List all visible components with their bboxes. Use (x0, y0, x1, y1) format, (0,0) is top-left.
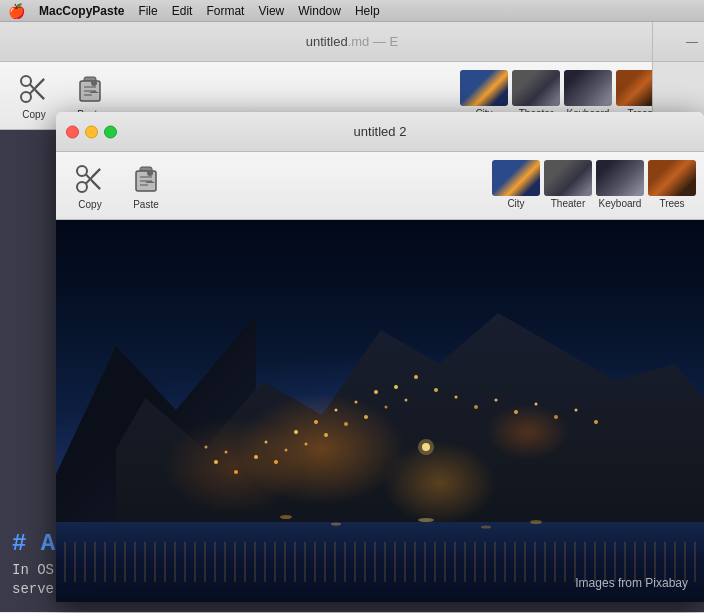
maximize-button[interactable] (104, 125, 117, 138)
traffic-lights (66, 125, 117, 138)
menu-file[interactable]: File (138, 4, 157, 18)
window-bg-title-suffix: .md — E (348, 34, 399, 49)
scissors-icon-fg (72, 161, 108, 197)
window-fg-image: Images from Pixabay (56, 220, 704, 602)
svg-line-16 (92, 169, 100, 177)
bg-text-block: # A In OS serve (12, 527, 55, 600)
city-scene: Images from Pixabay (56, 220, 704, 602)
svg-point-23 (147, 170, 153, 176)
svg-line-17 (92, 181, 100, 189)
thumb-trees-label-fg: Trees (659, 198, 684, 209)
thumb-city-label-fg: City (507, 198, 524, 209)
copy-tool-fg[interactable]: Copy (64, 161, 116, 210)
thumb-trees-img-fg (648, 160, 696, 196)
paste-icon-bg (72, 71, 108, 107)
window-fg-titlebar: untitled 2 (56, 112, 704, 152)
window-fg: untitled 2 Copy (56, 112, 704, 602)
thumb-trees-fg[interactable]: Trees (648, 160, 696, 209)
edge-title-text: — (686, 35, 698, 49)
minimize-button[interactable] (85, 125, 98, 138)
thumb-theater-fg[interactable]: Theater (544, 160, 592, 209)
menu-app-name[interactable]: MacCopyPaste (39, 4, 124, 18)
svg-line-5 (36, 91, 44, 99)
apple-menu-icon[interactable]: 🍎 (8, 3, 25, 19)
window-fg-toolbar: Copy Paste City (56, 152, 704, 220)
thumb-theater-label-fg: Theater (551, 198, 585, 209)
menu-window[interactable]: Window (298, 4, 341, 18)
menu-edit[interactable]: Edit (172, 4, 193, 18)
paste-tool-fg[interactable]: Paste (120, 161, 172, 210)
menu-help[interactable]: Help (355, 4, 380, 18)
thumb-keyboard-fg[interactable]: Keyboard (596, 160, 644, 209)
menu-bar: 🍎 MacCopyPaste File Edit Format View Win… (0, 0, 704, 22)
svg-line-4 (36, 79, 44, 87)
window-edge-partial: — (652, 22, 704, 122)
paste-label-fg: Paste (133, 199, 159, 210)
thumb-theater-img-fg (544, 160, 592, 196)
thumb-city-img-fg (492, 160, 540, 196)
thumb-keyboard-img-bg (564, 70, 612, 106)
window-bg-titlebar: untitled .md — E (0, 22, 704, 62)
thumb-theater-img-bg (512, 70, 560, 106)
bg-line3: serve (12, 580, 55, 600)
copy-label-bg: Copy (22, 109, 45, 120)
thumb-city-fg[interactable]: City (492, 160, 540, 209)
close-button[interactable] (66, 125, 79, 138)
copy-tool-bg[interactable]: Copy (8, 71, 60, 120)
bg-line2: In OS (12, 561, 55, 581)
pixabay-credit: Images from Pixabay (575, 576, 688, 590)
window-bg-title: untitled (306, 34, 348, 49)
edge-title-area: — (653, 22, 704, 62)
svg-point-11 (91, 80, 97, 86)
thumb-keyboard-label-fg: Keyboard (599, 198, 642, 209)
menu-view[interactable]: View (258, 4, 284, 18)
thumb-keyboard-img-fg (596, 160, 644, 196)
fg-thumbs: City Theater Keyboard Trees (492, 160, 696, 209)
bg-line1: # A (12, 530, 55, 557)
copy-label-fg: Copy (78, 199, 101, 210)
window-fg-title: untitled 2 (354, 124, 407, 139)
paste-icon-fg (128, 161, 164, 197)
scissors-icon (16, 71, 52, 107)
thumb-city-img-bg (460, 70, 508, 106)
menu-format[interactable]: Format (206, 4, 244, 18)
